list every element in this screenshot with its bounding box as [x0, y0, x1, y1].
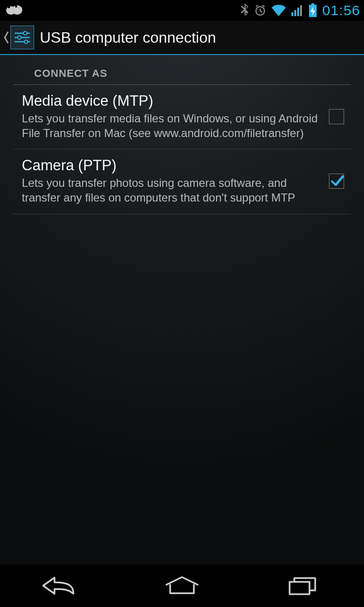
- page-title: USB computer connection: [40, 29, 216, 46]
- svg-point-14: [23, 31, 27, 35]
- svg-rect-7: [297, 8, 299, 16]
- status-bar: 01:56: [0, 0, 364, 21]
- option-title: Media device (MTP): [22, 92, 319, 110]
- option-description: Lets you transfer photos using camera so…: [22, 176, 319, 205]
- alarm-icon: [254, 4, 266, 17]
- checkbox-mtp[interactable]: [329, 109, 344, 124]
- options-list: Media device (MTP) Lets you transfer med…: [13, 85, 351, 214]
- svg-point-2: [8, 6, 10, 9]
- option-mtp[interactable]: Media device (MTP) Lets you transfer med…: [13, 85, 351, 149]
- svg-rect-5: [291, 12, 293, 16]
- settings-icon[interactable]: [10, 26, 34, 49]
- checkbox-ptp[interactable]: [329, 174, 344, 189]
- nav-recent-button[interactable]: [268, 569, 339, 602]
- nav-back-button[interactable]: [25, 569, 96, 602]
- section-header-connect-as: CONNECT AS: [13, 55, 351, 85]
- battery-charging-icon: [308, 3, 318, 18]
- debug-icon: [4, 4, 25, 15]
- svg-point-3: [15, 5, 18, 8]
- content: CONNECT AS Media device (MTP) Lets you t…: [0, 55, 364, 214]
- svg-rect-17: [290, 582, 309, 594]
- nav-home-button[interactable]: [146, 569, 218, 602]
- svg-rect-6: [294, 10, 296, 16]
- svg-point-16: [24, 40, 27, 43]
- status-time: 01:56: [322, 2, 360, 18]
- bluetooth-icon: [240, 3, 249, 18]
- action-bar[interactable]: USB computer connection: [0, 21, 364, 55]
- svg-point-15: [18, 36, 21, 39]
- svg-rect-10: [311, 3, 314, 5]
- system-nav-bar: [0, 564, 364, 607]
- svg-rect-8: [300, 5, 302, 16]
- wifi-icon: [271, 4, 286, 17]
- back-chevron-icon[interactable]: [2, 28, 10, 47]
- option-ptp[interactable]: Camera (PTP) Lets you transfer photos us…: [13, 149, 351, 214]
- option-description: Lets you transfer media files on Windows…: [22, 111, 319, 140]
- option-title: Camera (PTP): [22, 157, 319, 174]
- signal-icon: [291, 4, 303, 17]
